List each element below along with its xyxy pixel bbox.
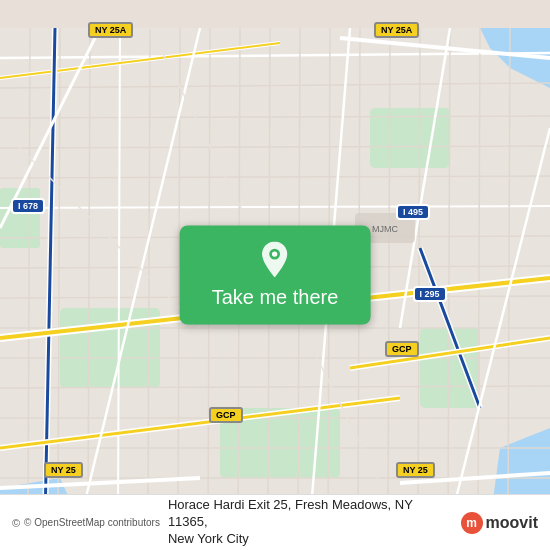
road-badge-i295: I 295 bbox=[413, 286, 447, 302]
take-me-there-label: Take me there bbox=[212, 286, 339, 309]
address-line1: Horace Hardi Exit 25, Fresh Meadows, NY … bbox=[168, 497, 413, 529]
road-badge-ny25a-left: NY 25A bbox=[88, 22, 133, 38]
moovit-logo: m moovit bbox=[461, 512, 538, 534]
location-pin-icon bbox=[257, 242, 293, 278]
address-text: Horace Hardi Exit 25, Fresh Meadows, NY … bbox=[168, 497, 453, 548]
road-badge-gcp-left: GCP bbox=[209, 407, 243, 423]
copyright-symbol: © bbox=[12, 517, 20, 529]
take-me-there-button[interactable]: Take me there bbox=[180, 226, 371, 325]
road-badge-ny25-right: NY 25 bbox=[396, 462, 435, 478]
map-container: MJMC NY 25A NY 25A I 678 I 495 I 495 I 2… bbox=[0, 0, 550, 550]
road-badge-gcp-right: GCP bbox=[385, 341, 419, 357]
road-badge-i495-right: I 495 bbox=[396, 204, 430, 220]
bottom-bar: © © OpenStreetMap contributors Horace Ha… bbox=[0, 494, 550, 550]
moovit-text: moovit bbox=[486, 514, 538, 532]
svg-rect-4 bbox=[420, 328, 480, 408]
address-line2: New York City bbox=[168, 531, 249, 546]
moovit-icon: m bbox=[461, 512, 483, 534]
svg-point-63 bbox=[272, 251, 277, 256]
road-badge-ny25-left: NY 25 bbox=[44, 462, 83, 478]
road-badge-ny25a-right: NY 25A bbox=[374, 22, 419, 38]
attribution: © © OpenStreetMap contributors bbox=[12, 517, 160, 529]
road-badge-i678: I 678 bbox=[11, 198, 45, 214]
attribution-text: © OpenStreetMap contributors bbox=[24, 517, 160, 528]
svg-text:MJMC: MJMC bbox=[372, 224, 398, 234]
